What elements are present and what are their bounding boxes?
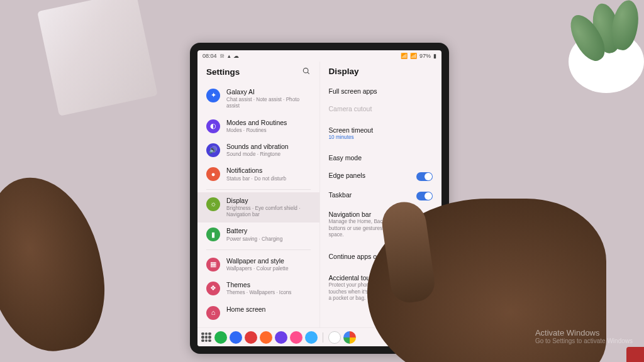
settings-item-modes-and-routines[interactable]: ◐Modes and RoutinesModes · Routines — [197, 114, 319, 138]
hand-left — [0, 167, 115, 360]
taskbar-app-icon[interactable] — [290, 331, 303, 344]
taskbar: ||| ◯ 〈 — [197, 327, 441, 346]
display-item-easy-mode[interactable]: Easy mode — [320, 149, 442, 167]
nav-home-button[interactable]: ◯ — [409, 333, 422, 342]
taskbar-app-icon[interactable] — [343, 331, 356, 344]
taskbar-app-icon[interactable] — [305, 331, 318, 344]
battery-icon: ▮ — [206, 228, 220, 241]
sounds-and-vibration-icon: 🔊 — [206, 143, 220, 157]
toggle-switch[interactable] — [416, 192, 433, 200]
display-item-camera-cutout: Camera cutout — [320, 100, 442, 118]
watermark-line1: Activate Windows — [535, 328, 633, 337]
battery-icon: ▮ — [433, 53, 436, 59]
svg-point-0 — [303, 68, 308, 73]
settings-item-title: Home screen — [226, 305, 265, 314]
taskbar-app-icon[interactable] — [260, 331, 272, 344]
settings-item-title: Notifications — [226, 167, 286, 175]
status-indicator-icon: ▴ — [228, 53, 231, 59]
display-icon: ☼ — [206, 197, 220, 211]
settings-item-battery[interactable]: ▮BatteryPower saving · Charging — [197, 222, 319, 246]
settings-item-subtitle: Chat assist · Note assist · Photo assist — [226, 97, 311, 110]
settings-title: Settings — [206, 67, 240, 77]
svg-line-1 — [307, 72, 309, 74]
tablet-screen: 08:04 ⛭ ▴ ☁ 📶 📶 97% ▮ Settings — [197, 50, 441, 346]
watermark-line2: Go to Settings to activate Windows — [535, 337, 633, 344]
display-item-subtitle: Protect your phone from accidental touch… — [329, 282, 426, 302]
toggle-switch[interactable] — [416, 172, 433, 181]
nav-back-button[interactable]: 〈 — [425, 332, 438, 343]
galaxy-ai-icon: ✦ — [206, 89, 220, 102]
desk-prism-object — [37, 0, 158, 116]
settings-item-subtitle: Status bar · Do not disturb — [226, 176, 286, 182]
settings-item-subtitle: Brightness · Eye comfort shield · Naviga… — [226, 206, 311, 219]
display-item-title: Camera cutout — [329, 105, 372, 112]
display-item-title: Navigation bar — [329, 211, 426, 218]
settings-divider — [206, 250, 311, 250]
settings-item-subtitle: Modes · Routines — [226, 128, 287, 134]
settings-item-galaxy-ai[interactable]: ✦Galaxy AIChat assist · Note assist · Ph… — [197, 84, 319, 114]
themes-icon: ❖ — [206, 282, 220, 295]
settings-item-subtitle: Themes · Wallpapers · Icons — [226, 290, 291, 296]
status-indicator-icon: ☁ — [233, 53, 239, 59]
taskbar-app-icon[interactable] — [245, 331, 257, 344]
display-item-title: Accidental touch protection — [329, 274, 426, 282]
display-item-full-screen-apps[interactable]: Full screen apps — [320, 82, 442, 100]
display-item-title: Taskbar — [329, 191, 352, 199]
status-bar: 08:04 ⛭ ▴ ☁ 📶 📶 97% ▮ — [197, 50, 441, 62]
settings-item-home-screen[interactable]: ⌂Home screen — [197, 301, 319, 324]
display-item-title: Edge panels — [329, 172, 365, 179]
display-item-title: Screen timeout — [329, 126, 374, 134]
display-item-subtitle: Manage the Home, Back, and Recents butto… — [329, 219, 426, 239]
settings-item-title: Wallpaper and style — [226, 257, 288, 265]
settings-item-themes[interactable]: ❖ThemesThemes · Wallpapers · Icons — [197, 277, 319, 300]
battery-text: 97% — [419, 53, 431, 59]
signal-icon: 📶 — [401, 53, 408, 59]
settings-item-display[interactable]: ☼DisplayBrightness · Eye comfort shield … — [197, 192, 319, 223]
display-item-taskbar[interactable]: Taskbar — [320, 186, 442, 206]
status-indicator-icon: ⛭ — [219, 53, 225, 59]
nav-recents-button[interactable]: ||| — [394, 333, 406, 342]
display-title: Display — [329, 67, 359, 76]
taskbar-app-icon[interactable] — [230, 331, 242, 344]
desk-plant — [537, 0, 644, 94]
display-item-title: Easy mode — [329, 154, 362, 162]
settings-item-subtitle: Sound mode · Ringtone — [226, 151, 289, 158]
display-item-edge-panels[interactable]: Edge panels — [320, 167, 442, 186]
wallpaper-and-style-icon: ▦ — [206, 258, 220, 272]
settings-divider — [206, 189, 311, 190]
notifications-icon: ● — [206, 167, 220, 181]
signal-icon: 📶 — [410, 53, 417, 59]
search-icon[interactable] — [302, 67, 311, 77]
taskbar-app-icon[interactable] — [275, 331, 287, 344]
settings-item-wallpaper-and-style[interactable]: ▦Wallpaper and styleWallpapers · Colour … — [197, 253, 319, 277]
display-pane: Display Full screen appsCamera cutoutScr… — [320, 62, 442, 327]
settings-pane: Settings ✦Galaxy AIChat assist · Note as… — [197, 62, 320, 327]
display-item-navigation-bar[interactable]: Navigation barManage the Home, Back, and… — [320, 206, 442, 244]
display-item-screen-timeout[interactable]: Screen timeout10 minutes — [320, 121, 442, 145]
taskbar-app-icon[interactable] — [328, 331, 341, 344]
tablet-frame: 08:04 ⛭ ▴ ☁ 📶 📶 97% ▮ Settings — [190, 43, 449, 354]
app-drawer-icon[interactable] — [201, 332, 211, 343]
settings-item-title: Battery — [226, 227, 282, 235]
taskbar-divider — [323, 332, 323, 343]
settings-item-title: Galaxy AI — [226, 88, 311, 96]
display-item-value: 10 minutes — [329, 134, 374, 140]
settings-item-sounds-and-vibration[interactable]: 🔊Sounds and vibrationSound mode · Ringto… — [197, 138, 319, 162]
display-item-title: Continue apps on cover screen — [329, 253, 420, 260]
home-screen-icon: ⌂ — [206, 306, 220, 320]
settings-item-title: Modes and Routines — [226, 119, 287, 127]
status-time: 08:04 — [203, 53, 217, 59]
display-item-title: Full screen apps — [329, 87, 377, 95]
display-item-accidental-touch-protection[interactable]: Accidental touch protectionProtect your … — [320, 269, 442, 307]
settings-item-subtitle: Wallpapers · Colour palette — [226, 266, 288, 272]
taskbar-app-icon[interactable] — [214, 331, 227, 344]
windows-watermark: Activate Windows Go to Settings to activ… — [535, 328, 633, 344]
corner-badge — [626, 347, 644, 362]
settings-item-notifications[interactable]: ●NotificationsStatus bar · Do not distur… — [197, 162, 319, 186]
modes-and-routines-icon: ◐ — [206, 119, 220, 133]
settings-item-title: Themes — [226, 281, 291, 289]
settings-item-subtitle: Power saving · Charging — [226, 236, 282, 243]
settings-item-title: Sounds and vibration — [226, 143, 289, 151]
display-item-continue-apps-on-cover-screen[interactable]: Continue apps on cover screen — [320, 248, 442, 265]
settings-item-title: Display — [226, 197, 311, 205]
